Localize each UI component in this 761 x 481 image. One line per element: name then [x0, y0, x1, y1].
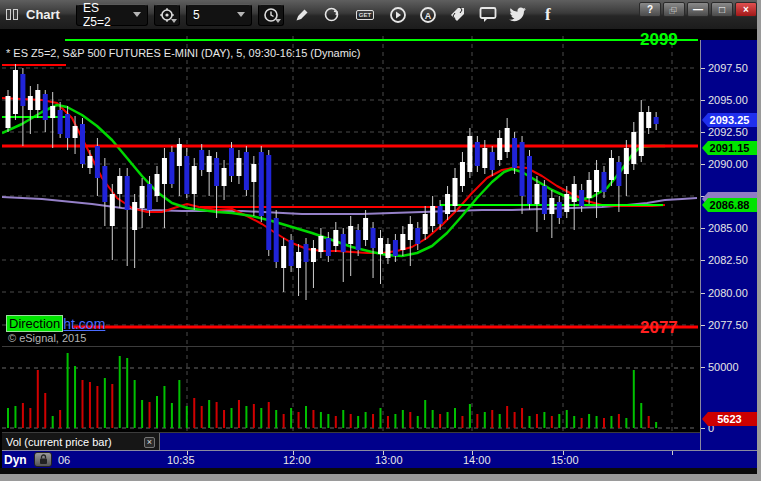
- candlestick: [557, 202, 562, 218]
- green-level-lower-marker: 2086.88: [702, 198, 757, 212]
- volume-bar: [566, 410, 568, 428]
- volume-bar: [357, 416, 359, 428]
- volume-bar: [283, 414, 285, 428]
- candlestick: [311, 248, 316, 262]
- play-circle-icon: [389, 6, 407, 24]
- volume-bar: [350, 414, 352, 428]
- candlestick: [356, 230, 361, 250]
- candlestick-chart[interactable]: [2, 30, 700, 346]
- volume-bar: [223, 410, 225, 428]
- watermark-link-text[interactable]: ht.com: [63, 316, 105, 332]
- candlestick: [341, 234, 346, 252]
- price-axis-label: 2095.00: [708, 94, 748, 106]
- volume-bar: [648, 416, 650, 428]
- volume-bar: [59, 410, 61, 428]
- candlestick: [460, 162, 465, 186]
- symbol-settings-button[interactable]: [154, 4, 180, 26]
- candlestick: [13, 70, 18, 114]
- candlestick: [58, 110, 63, 134]
- candlestick: [192, 166, 197, 194]
- help-button[interactable]: ?: [639, 2, 661, 17]
- volume-bar: [82, 380, 84, 428]
- facebook-share-button[interactable]: f: [536, 4, 560, 26]
- candlestick: [445, 194, 450, 214]
- ma-line: [2, 98, 665, 253]
- candlestick: [177, 144, 182, 166]
- volume-bar: [387, 416, 389, 428]
- price-axis-panel[interactable]: 2097.502095.002092.502090.002087.502085.…: [700, 40, 757, 470]
- close-button[interactable]: ×: [735, 2, 757, 17]
- facebook-icon: f: [545, 5, 551, 25]
- candlestick: [43, 94, 48, 120]
- tab-volume-study[interactable]: Vol (current price bar) ×: [2, 433, 160, 451]
- maximize-button[interactable]: □: [711, 2, 733, 17]
- volume-bar: [380, 408, 382, 428]
- volume-bar: [44, 393, 46, 428]
- candlestick: [65, 114, 70, 138]
- volume-bar: [469, 404, 471, 428]
- volume-bar: [268, 402, 270, 428]
- alert-tag-button[interactable]: [446, 4, 470, 26]
- share-button[interactable]: [320, 4, 344, 26]
- replay-button[interactable]: [386, 4, 410, 26]
- volume-bar: [126, 358, 128, 428]
- candlestick: [631, 132, 636, 164]
- volume-bar: [409, 412, 411, 428]
- pencil-icon: [294, 7, 310, 23]
- axis-tick: [701, 428, 705, 429]
- candlestick: [73, 126, 78, 138]
- candlestick: [482, 148, 487, 168]
- volume-bar: [327, 414, 329, 428]
- volume-bar: [7, 408, 9, 428]
- volume-bar: [543, 412, 545, 428]
- volume-bar: [111, 384, 113, 428]
- draw-tool-button[interactable]: [290, 4, 314, 26]
- close-icon[interactable]: ×: [144, 437, 155, 448]
- volume-bar: [186, 406, 188, 428]
- price-axis-label: 2092.50: [708, 126, 748, 138]
- volume-bar: [640, 403, 642, 428]
- twitter-share-button[interactable]: [506, 4, 530, 26]
- volume-bar: [365, 412, 367, 428]
- symbol-select[interactable]: ES Z5=2: [76, 4, 148, 26]
- candlestick: [281, 246, 286, 268]
- candlestick: [393, 240, 398, 256]
- candlestick: [251, 164, 256, 182]
- volume-pane[interactable]: [2, 346, 700, 432]
- volume-bar: [305, 406, 307, 428]
- time-settings-button[interactable]: [258, 4, 284, 26]
- lock-button[interactable]: [34, 452, 52, 467]
- candlestick: [259, 152, 264, 216]
- chat-button[interactable]: [476, 4, 500, 26]
- candlestick: [236, 158, 241, 176]
- volume-bar: [275, 410, 277, 428]
- candlestick: [289, 240, 294, 266]
- candlestick: [646, 112, 651, 128]
- candlestick: [214, 158, 219, 186]
- candlestick: [497, 138, 502, 160]
- time-axis-bar[interactable]: Dyn 0610:3512:0013:0014:0015:00: [2, 450, 757, 468]
- candlestick: [490, 152, 495, 170]
- volume-bar: [454, 408, 456, 428]
- volume-bar: [439, 414, 441, 428]
- price-axis-label: 2090.00: [708, 158, 748, 170]
- popout-button[interactable]: □: [663, 2, 685, 17]
- time-axis-label: 12:00: [283, 454, 311, 466]
- volume-bar: [633, 370, 635, 428]
- interval-select[interactable]: 5: [186, 4, 252, 26]
- volume-bar: [596, 416, 598, 428]
- volume-bar: [424, 400, 426, 428]
- get-quotes-button[interactable]: GET: [350, 4, 380, 26]
- speech-bubble-icon: [479, 6, 497, 23]
- volume-bar: [335, 416, 337, 428]
- candlestick: [162, 158, 167, 184]
- symbol-select-value: ES Z5=2: [83, 1, 125, 29]
- minimize-button[interactable]: —: [687, 2, 709, 17]
- auto-trade-button[interactable]: A: [416, 4, 440, 26]
- price-chart-pane[interactable]: * ES Z5=2, S&P 500 FUTURES E-MINI (DAY),…: [2, 30, 700, 346]
- candlestick: [527, 156, 532, 204]
- candlestick: [147, 184, 152, 210]
- tab-row: Vol (current price bar) ×: [2, 432, 700, 450]
- candlestick: [378, 238, 383, 254]
- volume-axis-label: 50000: [708, 361, 739, 373]
